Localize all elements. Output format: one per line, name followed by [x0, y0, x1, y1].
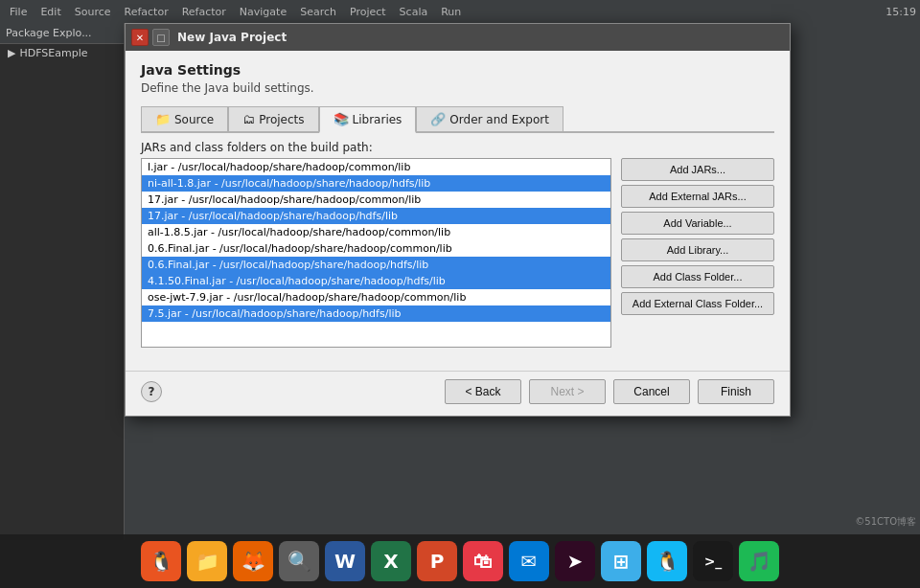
add-class-folder-button[interactable]: Add Class Folder...	[621, 265, 774, 288]
jar-list[interactable]: l.jar - /usr/local/hadoop/share/hadoop/c…	[141, 158, 611, 348]
cancel-button[interactable]: Cancel	[613, 379, 690, 404]
dialog-close-button[interactable]: ✕	[131, 29, 149, 46]
hdfs-project-item[interactable]: ▶ HDFSEample	[0, 44, 124, 62]
tab-order-export[interactable]: 🔗 Order and Export	[416, 106, 564, 131]
tab-source[interactable]: 📁 Source	[141, 106, 228, 131]
package-explorer-panel: Package Explo... ▶ HDFSEample	[0, 23, 125, 540]
tab-projects[interactable]: 🗂 Projects	[228, 106, 318, 131]
tab-libraries[interactable]: 📚 Libraries	[319, 106, 417, 133]
next-button[interactable]: Next >	[529, 379, 606, 404]
word-icon[interactable]: W	[325, 541, 365, 581]
watermark: ©51CTO博客	[855, 515, 916, 529]
system-tray: 15:19	[886, 6, 916, 18]
menu-refactor1[interactable]: Refactor	[119, 4, 174, 20]
jar-list-item[interactable]: 17.jar - /usr/local/hadoop/share/hadoop/…	[142, 208, 610, 224]
menu-navigate[interactable]: Navigate	[234, 4, 292, 20]
dialog-title: New Java Project	[177, 31, 287, 44]
menu-search[interactable]: Search	[294, 4, 342, 20]
package-explorer-title: Package Explo...	[0, 23, 124, 44]
add-jars-button[interactable]: Add JARs...	[621, 158, 774, 181]
menu-bar: File Edit Source Refactor Refactor Navig…	[0, 0, 920, 23]
menu-run[interactable]: Run	[435, 4, 467, 20]
libraries-tab-icon: 📚	[334, 112, 349, 126]
dialog-subtext: Define the Java build settings.	[141, 81, 774, 95]
menu-source[interactable]: Source	[69, 4, 117, 20]
tab-bar: 📁 Source 🗂 Projects 📚 Libraries 🔗 Order …	[141, 106, 774, 133]
jar-list-item[interactable]: 7.5.jar - /usr/local/hadoop/share/hadoop…	[142, 305, 610, 322]
time-display: 15:19	[886, 6, 916, 18]
jar-list-label: JARs and class folders on the build path…	[141, 141, 774, 154]
ubuntu-icon[interactable]: 🐧	[141, 541, 181, 581]
add-variable-button[interactable]: Add Variable...	[621, 212, 774, 235]
files-icon[interactable]: 📁	[187, 541, 227, 581]
menu-refactor2[interactable]: Refactor	[176, 4, 232, 20]
jar-list-item[interactable]: 0.6.Final.jar - /usr/local/hadoop/share/…	[142, 240, 610, 257]
dialog-heading: Java Settings	[141, 62, 774, 78]
jar-list-item[interactable]: ose-jwt-7.9.jar - /usr/local/hadoop/shar…	[142, 289, 610, 305]
dialog-footer: ? < Back Next > Cancel Finish	[126, 371, 790, 416]
projects-tab-icon: 🗂	[242, 112, 255, 126]
jar-list-item[interactable]: 4.1.50.Final.jar - /usr/local/hadoop/sha…	[142, 273, 610, 289]
terminal-icon[interactable]: ➤	[555, 541, 595, 581]
shop-icon[interactable]: 🛍	[463, 541, 503, 581]
add-library-button[interactable]: Add Library...	[621, 238, 774, 261]
dialog-body: Java Settings Define the Java build sett…	[126, 51, 790, 371]
back-button[interactable]: < Back	[445, 379, 521, 404]
content-area: l.jar - /usr/local/hadoop/share/hadoop/c…	[141, 158, 774, 348]
firefox-icon[interactable]: 🦊	[233, 541, 273, 581]
qq-icon[interactable]: 🐧	[647, 541, 687, 581]
jar-list-item[interactable]: 0.6.Final.jar - /usr/local/hadoop/share/…	[142, 257, 610, 273]
source-tab-icon: 📁	[155, 112, 171, 126]
music-icon[interactable]: 🎵	[739, 541, 779, 581]
jar-list-item[interactable]: l.jar - /usr/local/hadoop/share/hadoop/c…	[142, 159, 610, 175]
taskbar: 🐧📁🦊🔍WXP🛍✉➤⊞🐧>_🎵	[0, 534, 920, 588]
jar-list-item[interactable]: 17.jar - /usr/local/hadoop/share/hadoop/…	[142, 192, 610, 208]
jar-list-item[interactable]: ni-all-1.8.jar - /usr/local/hadoop/share…	[142, 175, 610, 192]
menu-file[interactable]: File	[4, 4, 33, 20]
finish-button[interactable]: Finish	[698, 379, 774, 404]
menu-scala[interactable]: Scala	[394, 4, 434, 20]
action-buttons: Add JARs... Add External JARs... Add Var…	[621, 158, 774, 348]
project-icon: ▶	[8, 47, 15, 59]
email-icon[interactable]: ✉	[509, 541, 549, 581]
powerpoint-icon[interactable]: P	[417, 541, 457, 581]
dialog-restore-button[interactable]: □	[152, 29, 170, 46]
grid-icon[interactable]: ⊞	[601, 541, 641, 581]
menu-edit[interactable]: Edit	[34, 4, 66, 20]
help-button[interactable]: ?	[141, 381, 162, 402]
new-java-project-dialog: ✕ □ New Java Project Java Settings Defin…	[125, 23, 791, 417]
add-external-class-folder-button[interactable]: Add External Class Folder...	[621, 292, 774, 315]
console-icon[interactable]: >_	[693, 541, 733, 581]
add-external-jars-button[interactable]: Add External JARs...	[621, 185, 774, 208]
jar-list-item[interactable]: all-1.8.5.jar - /usr/local/hadoop/share/…	[142, 224, 610, 240]
order-export-tab-icon: 🔗	[430, 112, 446, 126]
menu-project[interactable]: Project	[344, 4, 392, 20]
search-icon[interactable]: 🔍	[279, 541, 319, 581]
dialog-titlebar: ✕ □ New Java Project	[126, 24, 790, 51]
excel-icon[interactable]: X	[371, 541, 411, 581]
